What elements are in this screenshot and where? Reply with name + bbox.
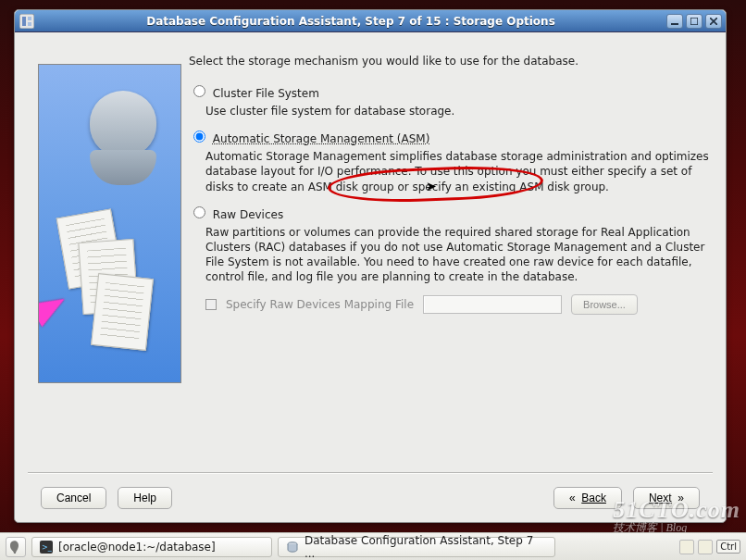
- minimize-button[interactable]: [666, 14, 683, 29]
- window-buttons: [666, 14, 722, 29]
- close-button[interactable]: [705, 14, 722, 29]
- browse-button[interactable]: Browse...: [571, 294, 638, 315]
- next-label: Next: [649, 492, 672, 504]
- cancel-button[interactable]: Cancel: [41, 487, 106, 509]
- dbca-window: Database Configuration Assistant, Step 7…: [14, 9, 727, 523]
- paper-graphic: [91, 273, 154, 351]
- minimize-icon: [671, 18, 678, 25]
- window-title: Database Configuration Assistant, Step 7…: [41, 15, 661, 28]
- option-desc-raw: Raw partitions or volumes can provide th…: [205, 225, 709, 285]
- back-button[interactable]: « Back: [553, 487, 622, 509]
- gnome-foot-icon: [8, 540, 23, 554]
- svg-rect-4: [671, 23, 678, 25]
- applications-menu-button[interactable]: [6, 537, 26, 557]
- app-icon: [19, 13, 35, 30]
- option-label: Cluster File System: [213, 87, 319, 100]
- option-label: Automatic Storage Management (ASM): [213, 132, 430, 145]
- instruction-text: Select the storage mechanism you would l…: [189, 55, 709, 68]
- database-icon: [286, 541, 299, 554]
- radio-raw[interactable]: [193, 206, 205, 218]
- option-asm[interactable]: Automatic Storage Management (ASM): [189, 128, 709, 145]
- svg-text:>_: >_: [42, 543, 53, 552]
- maximize-icon: [690, 18, 698, 25]
- system-tray: Ctrl: [679, 540, 740, 554]
- help-button[interactable]: Help: [118, 487, 172, 509]
- option-desc-asm: Automatic Storage Management simplifies …: [205, 149, 709, 194]
- vm-ctrl-indicator: Ctrl: [716, 540, 740, 554]
- taskbar-item-label: [oracle@node1:~/database]: [58, 541, 216, 554]
- taskbar-item-terminal[interactable]: >_ [oracle@node1:~/database]: [31, 537, 272, 557]
- main-panel: Select the storage mechanism you would l…: [185, 55, 716, 457]
- close-icon: [710, 18, 717, 25]
- svg-rect-2: [28, 17, 31, 20]
- chevron-right-icon: »: [678, 492, 684, 504]
- wizard-illustration: [38, 64, 181, 383]
- raw-mapping-checkbox[interactable]: [205, 299, 217, 310]
- svg-rect-3: [28, 22, 31, 26]
- radio-cfs[interactable]: [193, 85, 205, 97]
- svg-rect-1: [22, 17, 26, 26]
- maximize-button[interactable]: [686, 14, 702, 29]
- svg-rect-5: [690, 18, 698, 25]
- option-raw-devices[interactable]: Raw Devices: [189, 204, 709, 221]
- terminal-icon: >_: [40, 541, 53, 554]
- taskbar-item-label: Database Configuration Assistant, Step 7…: [305, 534, 547, 560]
- next-button[interactable]: Next »: [633, 487, 700, 509]
- radio-asm[interactable]: [193, 131, 205, 143]
- raw-mapping-row: Specify Raw Devices Mapping File Browse.…: [205, 294, 709, 315]
- separator: [28, 472, 713, 474]
- wizard-nav: Cancel Help « Back Next »: [15, 479, 726, 522]
- raw-mapping-path-input[interactable]: [423, 295, 562, 314]
- arrow-graphic: [38, 288, 71, 327]
- taskbar-item-dbca[interactable]: Database Configuration Assistant, Step 7…: [278, 537, 555, 557]
- title-bar[interactable]: Database Configuration Assistant, Step 7…: [15, 10, 726, 32]
- option-desc-cfs: Use cluster file system for database sto…: [205, 104, 709, 118]
- raw-mapping-label: Specify Raw Devices Mapping File: [226, 298, 414, 311]
- content-area: Select the storage mechanism you would l…: [15, 32, 726, 467]
- option-label: Raw Devices: [213, 208, 283, 221]
- back-label: Back: [581, 492, 606, 504]
- taskbar[interactable]: >_ [oracle@node1:~/database] Database Co…: [0, 532, 746, 560]
- svg-rect-0: [19, 14, 34, 29]
- tray-icon[interactable]: [679, 540, 694, 554]
- option-cluster-file-system[interactable]: Cluster File System: [189, 82, 709, 100]
- tray-icon[interactable]: [698, 540, 713, 554]
- chevron-left-icon: «: [569, 492, 576, 504]
